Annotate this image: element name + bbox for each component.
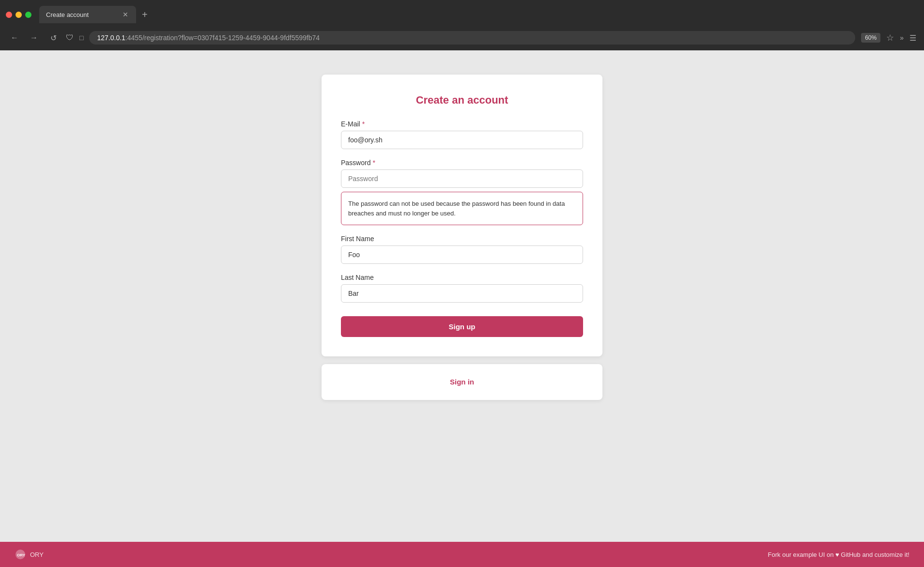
registration-form-card: Create an account E-Mail * Password * Th… bbox=[322, 75, 602, 356]
email-label: E-Mail * bbox=[341, 120, 583, 128]
email-required-star: * bbox=[362, 120, 365, 128]
page-icon: □ bbox=[79, 34, 83, 42]
password-label: Password * bbox=[341, 159, 583, 167]
minimize-traffic-light[interactable] bbox=[15, 12, 22, 18]
url-domain: 127.0.0.1 bbox=[97, 34, 125, 42]
browser-chrome: Create account ✕ + ← → ↺ 🛡 □ 127.0.0.1:4… bbox=[0, 0, 924, 50]
back-button[interactable]: ← bbox=[8, 31, 21, 45]
svg-text:ORY: ORY bbox=[17, 553, 26, 557]
tab-bar: Create account ✕ + bbox=[0, 0, 924, 25]
traffic-lights bbox=[6, 12, 31, 18]
active-tab[interactable]: Create account ✕ bbox=[39, 6, 136, 23]
password-error-box: The password can not be used because the… bbox=[341, 192, 583, 225]
email-input[interactable] bbox=[341, 131, 583, 149]
menu-button[interactable]: ☰ bbox=[909, 33, 916, 43]
signin-card: Sign in bbox=[322, 364, 602, 400]
last-name-input[interactable] bbox=[341, 284, 583, 303]
main-content: Create an account E-Mail * Password * Th… bbox=[0, 50, 924, 542]
bookmark-button[interactable]: ☆ bbox=[886, 32, 894, 43]
reload-button[interactable]: ↺ bbox=[46, 31, 60, 45]
first-name-form-group: First Name bbox=[341, 235, 583, 264]
last-name-form-group: Last Name bbox=[341, 274, 583, 303]
tab-title: Create account bbox=[46, 11, 118, 18]
password-error-text: The password can not be used because the… bbox=[348, 199, 576, 218]
maximize-traffic-light[interactable] bbox=[25, 12, 31, 18]
first-name-label: First Name bbox=[341, 235, 583, 243]
close-traffic-light[interactable] bbox=[6, 12, 12, 18]
url-text: 127.0.0.1:4455/registration?flow=0307f41… bbox=[97, 34, 847, 42]
zoom-badge: 60% bbox=[861, 33, 880, 43]
forward-button[interactable]: → bbox=[27, 31, 41, 45]
first-name-input[interactable] bbox=[341, 245, 583, 264]
password-required-star: * bbox=[372, 159, 375, 167]
ory-logo-icon: ORY bbox=[15, 549, 26, 560]
signin-link[interactable]: Sign in bbox=[450, 378, 474, 386]
address-bar: ← → ↺ 🛡 □ 127.0.0.1:4455/registration?fl… bbox=[0, 25, 924, 50]
tab-close-button[interactable]: ✕ bbox=[122, 11, 129, 18]
last-name-label: Last Name bbox=[341, 274, 583, 281]
shield-icon: 🛡 bbox=[66, 33, 74, 42]
password-form-group: Password * The password can not be used … bbox=[341, 159, 583, 225]
password-input[interactable] bbox=[341, 169, 583, 188]
footer-logo: ORY ORY bbox=[15, 549, 44, 560]
signup-button[interactable]: Sign up bbox=[341, 316, 583, 337]
footer-logo-text: ORY bbox=[30, 551, 44, 558]
new-tab-button[interactable]: + bbox=[138, 7, 152, 22]
form-title: Create an account bbox=[341, 94, 583, 107]
url-path: :4455/registration?flow=0307f415-1259-44… bbox=[125, 34, 320, 42]
footer: ORY ORY Fork our example UI on ♥ GitHub … bbox=[0, 542, 924, 567]
email-form-group: E-Mail * bbox=[341, 120, 583, 149]
footer-github-text: Fork our example UI on ♥ GitHub and cust… bbox=[768, 551, 909, 558]
extensions-button[interactable]: » bbox=[900, 34, 904, 42]
url-bar[interactable]: 127.0.0.1:4455/registration?flow=0307f41… bbox=[89, 31, 855, 45]
